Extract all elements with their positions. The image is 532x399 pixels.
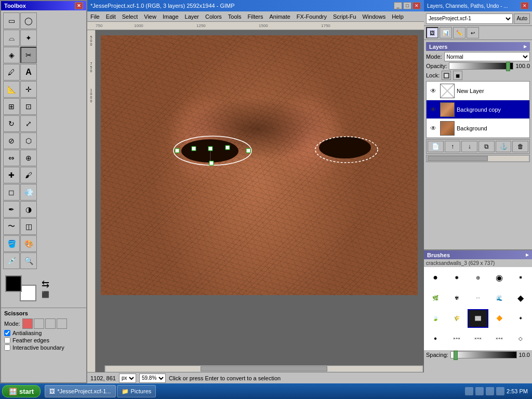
brush-9[interactable]: 🌊 xyxy=(489,288,510,307)
layer-eye-new[interactable]: 👁 xyxy=(429,86,438,96)
brush-20[interactable]: ◇ xyxy=(510,329,531,348)
layer-item-bg[interactable]: 👁 Background xyxy=(427,119,529,138)
brushes-arrow[interactable]: ▸ xyxy=(526,251,529,258)
maximize-btn[interactable]: □ xyxy=(403,2,411,9)
menu-fx-foundry[interactable]: FX-Foundry xyxy=(294,11,330,22)
layer-eye-bg[interactable]: 👁 xyxy=(429,124,438,133)
move-tool[interactable]: ✛ xyxy=(20,81,37,98)
feather-edges-checkbox[interactable] xyxy=(4,337,10,343)
crop-tool[interactable]: ⊡ xyxy=(20,98,37,115)
scale-tool[interactable]: ⤢ xyxy=(20,115,37,132)
duplicate-layer-btn[interactable]: ⧉ xyxy=(478,141,495,152)
brush-17[interactable]: ×+× xyxy=(446,329,467,348)
brush-1[interactable]: ● xyxy=(425,268,446,287)
paths-tab[interactable]: ✏️ xyxy=(453,27,466,38)
interactive-boundary-checkbox[interactable] xyxy=(4,344,10,351)
anchor-layer-btn[interactable]: ⚓ xyxy=(496,141,512,152)
scissors-tool[interactable]: ✂ xyxy=(20,47,37,63)
eyedropper-tool[interactable]: 💉 xyxy=(3,252,20,269)
mode-btn-4[interactable] xyxy=(57,318,67,329)
rect-select-tool[interactable]: ▭ xyxy=(3,12,20,29)
bucket-tool[interactable]: 🪣 xyxy=(3,235,20,252)
menu-help[interactable]: Help xyxy=(389,11,407,22)
opacity-slider[interactable] xyxy=(449,62,513,70)
menu-view[interactable]: View xyxy=(141,11,159,22)
default-colors-icon[interactable]: ⬛ xyxy=(42,291,49,298)
mode-btn-1[interactable] xyxy=(22,318,33,329)
colorize-tool[interactable]: 🎨 xyxy=(20,235,37,252)
airbrush-tool[interactable]: 💨 xyxy=(20,184,37,201)
delete-layer-btn[interactable]: 🗑 xyxy=(512,141,528,152)
antialiasing-checkbox[interactable] xyxy=(4,330,10,336)
brush-6[interactable]: 🌿 xyxy=(425,288,446,307)
paint-tool[interactable]: 🖌 xyxy=(20,167,37,183)
mode-btn-3[interactable] xyxy=(45,318,56,329)
h-scrollbar[interactable] xyxy=(104,365,424,372)
channels-tab[interactable]: 📊 xyxy=(440,27,452,38)
layer-item-bg-copy[interactable]: 👁 Background copy xyxy=(427,100,529,119)
project-select[interactable]: JesseProject.xcf-1 xyxy=(426,14,513,24)
start-button[interactable]: 🪟 start xyxy=(2,385,41,397)
menu-colors[interactable]: Colors xyxy=(202,11,225,22)
brush-16[interactable]: • xyxy=(425,329,446,348)
lock-pixels-btn[interactable]: 🔲 xyxy=(442,71,451,80)
menu-image[interactable]: Image xyxy=(159,11,182,22)
rotate-tool[interactable]: ↻ xyxy=(3,115,20,132)
canvas-area[interactable] xyxy=(96,30,424,372)
paths-tool[interactable]: 🖊 xyxy=(3,64,20,81)
menu-filters[interactable]: Filters xyxy=(245,11,267,22)
brush-12[interactable]: 🌾 xyxy=(446,309,467,328)
layer-mode-select[interactable]: Normal xyxy=(444,52,530,61)
ink-tool[interactable]: ✒ xyxy=(3,201,20,218)
brush-7[interactable]: ✾ xyxy=(446,288,467,307)
text-tool[interactable]: A xyxy=(20,64,37,81)
brush-2[interactable]: ✸ xyxy=(446,268,467,287)
brush-15[interactable]: ✦ xyxy=(510,309,531,328)
free-select-tool[interactable]: ⌓ xyxy=(3,30,20,46)
toolbox-close-btn[interactable]: ✕ xyxy=(75,2,83,9)
clone-tool[interactable]: ⊕ xyxy=(20,150,37,166)
menu-animate[interactable]: Animate xyxy=(266,11,293,22)
brush-14[interactable]: 🔶 xyxy=(489,309,510,328)
brush-18[interactable]: ×+× xyxy=(468,329,488,348)
smudge-tool[interactable]: 〜 xyxy=(3,218,20,235)
measure-tool[interactable]: 📐 xyxy=(3,81,20,98)
eraser-tool[interactable]: ◻ xyxy=(3,184,20,201)
taskbar-pictures[interactable]: 📁 Pictures xyxy=(117,385,156,397)
mode-btn-2[interactable] xyxy=(34,318,44,329)
fuzzy-select-tool[interactable]: ✦ xyxy=(20,30,37,46)
shear-tool[interactable]: ⊘ xyxy=(3,132,20,149)
align-tool[interactable]: ⊞ xyxy=(3,98,20,115)
menu-file[interactable]: File xyxy=(87,11,103,22)
brush-8[interactable]: ⋯ xyxy=(468,288,488,307)
new-layer-btn[interactable]: 📄 xyxy=(428,141,444,152)
raise-layer-btn[interactable]: ↑ xyxy=(445,141,461,152)
layers-close-btn[interactable]: ✕ xyxy=(521,2,529,9)
zoom-tool[interactable]: 🔍 xyxy=(20,252,37,269)
layers-tab[interactable]: 🖼 xyxy=(426,27,438,38)
menu-script-fu[interactable]: Script-Fu xyxy=(330,11,360,22)
brush-13[interactable]: ▓▓ xyxy=(468,309,488,328)
menu-layer[interactable]: Layer xyxy=(182,11,203,22)
lower-layer-btn[interactable]: ↓ xyxy=(461,141,477,152)
brush-3[interactable]: ⊕ xyxy=(468,268,488,287)
lock-alpha-btn[interactable]: ◼ xyxy=(453,71,462,80)
foreground-color[interactable] xyxy=(5,275,22,292)
brush-11[interactable]: 🍃 xyxy=(425,309,446,328)
layers-section-arrow[interactable]: ▸ xyxy=(524,43,527,50)
brush-10[interactable]: ◆ xyxy=(510,288,531,307)
minimize-btn[interactable]: _ xyxy=(394,2,402,9)
heal-tool[interactable]: ✚ xyxy=(3,167,20,183)
layer-eye-bg-copy[interactable]: 👁 xyxy=(429,105,438,114)
layers-scrollbar[interactable] xyxy=(426,155,530,162)
select-by-color-tool[interactable]: ◈ xyxy=(3,47,20,63)
flip-tool[interactable]: ⇔ xyxy=(3,150,20,166)
menu-tools[interactable]: Tools xyxy=(225,11,245,22)
undo-tab[interactable]: ↩ xyxy=(467,27,479,38)
auto-button[interactable]: Auto xyxy=(514,14,530,24)
ellipse-select-tool[interactable]: ◯ xyxy=(20,12,37,29)
menu-select[interactable]: Select xyxy=(119,11,141,22)
menu-windows[interactable]: Windows xyxy=(360,11,389,22)
dodge-burn-tool[interactable]: ◑ xyxy=(20,201,37,218)
background-color[interactable] xyxy=(20,285,36,301)
